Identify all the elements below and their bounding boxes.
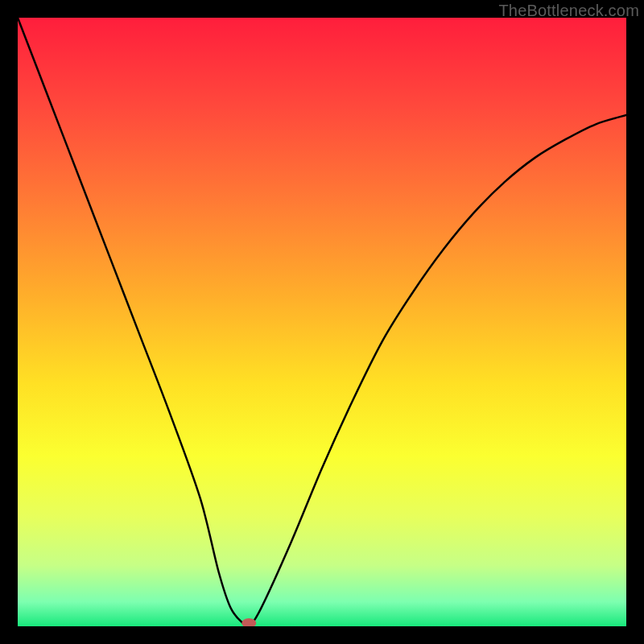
bottleneck-chart <box>18 18 626 626</box>
chart-background-gradient <box>18 18 626 626</box>
chart-frame <box>18 18 626 626</box>
